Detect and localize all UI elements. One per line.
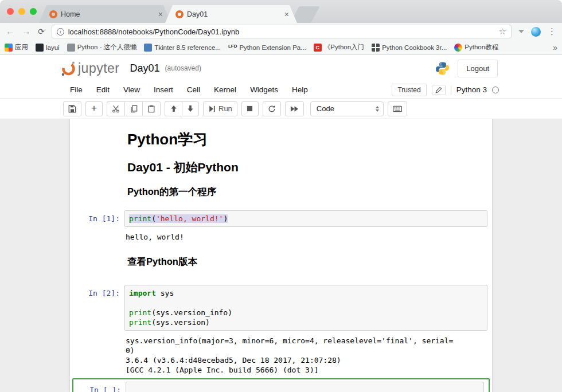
browser-menu-icon[interactable]: ⋮ [548, 26, 556, 37]
move-cell-down-button[interactable] [182, 101, 199, 116]
window-minimize-button[interactable] [18, 8, 25, 15]
bookmark-label: Tkinter 8.5 reference... [154, 44, 221, 51]
clipboard-icon [147, 105, 155, 113]
notebook-heading-3: Python的第一个程序 [127, 186, 484, 197]
bookmark-layui[interactable]: layui [36, 44, 60, 52]
bookmark-label: Python Extension Pa... [239, 44, 306, 51]
tab-day01[interactable]: Day01 × [165, 5, 297, 23]
bookmark-label: Python - 这个人很懒 [77, 43, 137, 52]
notebook-title[interactable]: Day01 [130, 62, 160, 75]
tab-list: Home × Day01 × [39, 5, 315, 23]
cell-output-row: hello, world! [70, 227, 492, 242]
browser-tab-strip: Home × Day01 × [0, 0, 562, 23]
cell-output: hello, world! [124, 232, 487, 242]
floppy-icon [68, 105, 76, 113]
trusted-button[interactable]: Trusted [392, 84, 426, 96]
output-prompt-spacer [73, 232, 124, 242]
lfd-favicon-icon: LFD [228, 44, 237, 52]
markdown-cell-title[interactable]: Python学习 [70, 125, 492, 151]
code-input[interactable]: print('hello, world!') [124, 210, 487, 227]
cut-cell-button[interactable] [107, 101, 124, 116]
menu-view[interactable]: View [116, 85, 147, 94]
bookmark-python-intro[interactable]: C 《Python入门 [314, 43, 364, 52]
menu-widgets[interactable]: Widgets [243, 85, 285, 94]
add-cell-button[interactable]: + [85, 101, 103, 116]
bookmark-tkinter-reference[interactable]: Tkinter 8.5 reference... [144, 44, 221, 52]
move-cell-up-button[interactable] [165, 101, 182, 116]
restart-kernel-button[interactable] [263, 101, 281, 116]
markdown-cell-first-program[interactable]: Python的第一个程序 [70, 174, 492, 197]
select-arrows-icon [376, 104, 379, 113]
arrow-up-icon [170, 105, 177, 112]
back-icon[interactable]: ← [6, 27, 15, 36]
bookmarks-overflow-icon[interactable]: » [553, 43, 557, 52]
bookmark-python-extension-packages[interactable]: LFD Python Extension Pa... [228, 44, 306, 52]
profile-favicon-icon [67, 44, 75, 52]
jupyter-logo-icon[interactable] [61, 60, 76, 76]
copy-cell-button[interactable] [124, 101, 142, 116]
window-close-button[interactable] [7, 8, 14, 15]
bookmark-apps[interactable]: 应用 [5, 43, 28, 52]
browser-navbar: ← → ⟳ i localhost:8888/notebooks/PythonC… [0, 23, 562, 40]
bookmark-label: layui [46, 44, 60, 51]
output-prompt-spacer [73, 336, 124, 375]
dropdown-arrow-icon[interactable] [518, 30, 524, 36]
tab-close-icon[interactable]: × [283, 10, 290, 18]
command-palette-button[interactable] [388, 101, 407, 116]
input-prompt: In [2]: [73, 285, 124, 331]
tab-close-icon[interactable]: × [157, 10, 164, 18]
run-cell-button[interactable]: Run [203, 101, 237, 116]
extension-globe-icon[interactable] [531, 27, 541, 37]
bookmark-label: 应用 [15, 43, 28, 52]
bookmark-star-icon[interactable]: ☆ [499, 26, 506, 37]
code-input[interactable]: import sys print(sys.version_info)print(… [124, 285, 487, 331]
apps-grid-icon [5, 44, 13, 52]
jupyter-header: jupyter Day01 (autosaved) Logout [0, 55, 562, 81]
bookmark-python-blog[interactable]: Python - 这个人很懒 [67, 43, 137, 52]
restart-run-all-button[interactable] [285, 101, 304, 116]
menu-insert[interactable]: Insert [147, 85, 180, 94]
kernel-idle-indicator-icon [492, 87, 499, 93]
bookmarks-bar: 应用 layui Python - 这个人很懒 Tkinter 8.5 refe… [0, 40, 562, 55]
reload-icon[interactable]: ⟳ [38, 27, 45, 36]
tab-home[interactable]: Home × [39, 5, 171, 23]
menu-file[interactable]: File [63, 85, 89, 94]
pinwheel-favicon-icon [454, 44, 462, 52]
address-bar[interactable]: i localhost:8888/notebooks/PythonCode/Da… [52, 25, 512, 38]
logout-button[interactable]: Logout [458, 60, 498, 77]
keyboard-icon [393, 105, 402, 112]
edit-mode-pencil-icon [432, 85, 446, 95]
save-button[interactable] [63, 101, 81, 116]
cell-type-select[interactable]: Code [310, 101, 384, 116]
notebook-heading-1: Python学习 [127, 131, 484, 148]
plus-icon: + [91, 103, 97, 113]
menu-edit[interactable]: Edit [89, 85, 116, 94]
jupyter-logo-text[interactable]: jupyter [78, 61, 120, 76]
code-cell-2[interactable]: In [2]: import sys print(sys.version_inf… [70, 285, 492, 331]
bookmark-python-cookbook[interactable]: Python Cookbook 3r... [372, 44, 447, 52]
window-zoom-button[interactable] [30, 8, 37, 15]
notebook-heading-2: Day01 - 初始Python [127, 160, 484, 174]
input-prompt: In [1]: [73, 210, 124, 227]
markdown-cell-day01[interactable]: Day01 - 初始Python [70, 151, 492, 174]
notebook-background: Python学习 Day01 - 初始Python Python的第一个程序 I… [0, 119, 562, 392]
page-info-icon[interactable]: i [57, 28, 64, 36]
forward-icon[interactable]: → [22, 27, 31, 36]
menu-cell[interactable]: Cell [180, 85, 207, 94]
bookmark-label: Python教程 [465, 43, 498, 52]
menu-kernel[interactable]: Kernel [207, 85, 243, 94]
url-text[interactable]: localhost:8888/notebooks/PythonCode/Day0… [68, 28, 495, 36]
code-cell-1[interactable]: In [1]: print('hello, world!') [70, 210, 492, 227]
code-input[interactable] [126, 382, 484, 392]
fast-forward-icon [290, 105, 299, 112]
cell-output-row: sys.version_info(major=3, minor=6, micro… [70, 331, 492, 375]
markdown-cell-check-version[interactable]: 查看Python版本 [70, 242, 492, 267]
scissors-icon [112, 105, 120, 113]
paste-cell-button[interactable] [142, 101, 161, 116]
arrow-down-icon [187, 105, 194, 112]
code-cell-3-selected[interactable]: In [ ]: [72, 378, 490, 392]
menu-help[interactable]: Help [285, 85, 315, 94]
bookmark-python-tutorial[interactable]: Python教程 [454, 43, 498, 52]
interrupt-kernel-button[interactable] [241, 101, 259, 116]
autosave-status: (autosaved) [165, 64, 201, 72]
